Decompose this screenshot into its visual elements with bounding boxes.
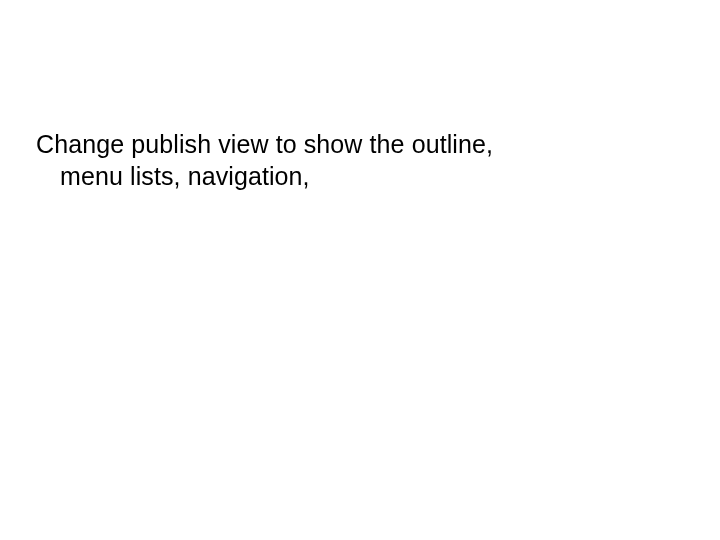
body-line-2: menu lists, navigation, [36, 160, 676, 192]
body-line-1: Change publish view to show the outline, [36, 130, 493, 158]
slide-canvas: Change publish view to show the outline,… [0, 0, 720, 540]
slide-body-text: Change publish view to show the outline,… [36, 128, 676, 192]
